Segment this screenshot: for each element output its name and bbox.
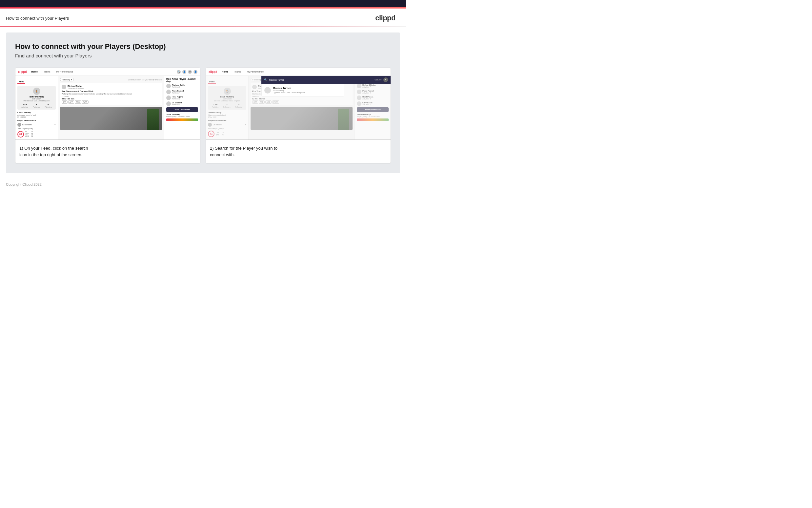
latest-activity-label: Latest Activity [17, 112, 56, 114]
player-avatar-4 [166, 101, 171, 106]
search-icon[interactable]: 🔍 [177, 70, 181, 74]
heatmap-sub: Player Quality · 20 Round Trend [166, 116, 198, 118]
header: How to connect with your Players clippd [0, 8, 406, 26]
mock-app-1: clippd Home Teams My Performance 🔍 👤 ⚙ 👤 [15, 68, 200, 140]
latest-activity-date: 27 Jul 2022 [17, 116, 56, 118]
mock-nav-1: clippd Home Teams My Performance 🔍 👤 ⚙ 👤 [15, 68, 200, 76]
player-row-4: Eli Vincent Activities: 1 [166, 101, 198, 106]
following-button[interactable]: Following ▾ [60, 78, 74, 81]
activity-title: Pre Tournament Course Walk [62, 90, 160, 92]
player-sub-2: Activities: 4 [172, 92, 184, 94]
caption-text-2: 2) Search for the Player you wish toconn… [210, 145, 387, 158]
mock-nav-teams[interactable]: Teams [42, 70, 52, 74]
main-title: How to connect with your Players (Deskto… [15, 42, 391, 51]
search-result-1[interactable]: Marcus Turner 1·5 Handicap Cypress Point… [264, 87, 341, 93]
search-bar-overlay: 🔍 Marcus Turner CLEAR ✕ [261, 76, 391, 84]
figure-silhouette [147, 109, 159, 130]
player-sub-1: Activities: 7 [172, 86, 185, 88]
tag-ott: OTT [62, 100, 67, 104]
control-link[interactable]: Control who can see your activity and da… [128, 79, 162, 81]
logo: clippd [375, 14, 395, 22]
mock-right-panel-2: Most Active Players - Last 30 days Richa… [354, 76, 391, 140]
player-perf-label: Player Performance [17, 120, 56, 121]
duration-value: 02 hr : 00 min [62, 98, 160, 100]
profile-club-1: Mill Ride Golf Club, United Kingdom [19, 100, 54, 102]
mock-body-2: Feed 🏌 Blair McHarg Golf Coach Mill Ride… [206, 76, 391, 140]
player-perf-name: Eli Vincent [22, 124, 53, 126]
profile-avatar-1: 🏌 [33, 88, 40, 95]
mock-nav-performance[interactable]: My Performance [55, 70, 75, 74]
search-close-button[interactable]: ✕ [383, 78, 388, 82]
activity-avatar [62, 85, 66, 89]
page-title: How to connect with your Players [6, 16, 69, 21]
bar-arg: ARG 64 [25, 135, 35, 137]
mock-nav-performance-2[interactable]: My Performance [246, 70, 265, 74]
mock-left-panel-1: Feed 🏌 Blair McHarg Golf Coach Mill Ride… [15, 76, 58, 140]
stat-followers: 3 Followers [33, 103, 40, 108]
player-avatar-2 [166, 90, 171, 94]
search-clear-button[interactable]: CLEAR [375, 79, 381, 81]
duration-label: Duration [62, 95, 160, 97]
profile-name-1: Blair McHarg [19, 95, 54, 98]
activity-header: Richard Butler Yesterday · The Grove [62, 85, 160, 89]
copyright-text: Copyright Clippd 2022 [6, 182, 42, 186]
panel-1: clippd Home Teams My Performance 🔍 👤 ⚙ 👤 [15, 68, 200, 163]
panel-2: clippd Home Teams My Performance Feed 🏌 … [206, 68, 391, 163]
player-row-3: Hiral Pujara Activities: 3 [166, 95, 198, 100]
activity-desc: Walking the course with my coach to buil… [62, 93, 160, 95]
bar-app: APP 70 [25, 133, 35, 135]
activity-sub: Yesterday · The Grove [67, 87, 84, 89]
tag-putt: PUTT [82, 100, 89, 104]
activity-image [60, 107, 162, 130]
mock-logo-1: clippd [18, 70, 27, 74]
tag-row: OTT APP ARG PUTT [62, 100, 160, 104]
mock-nav-teams-2[interactable]: Teams [233, 70, 242, 74]
following-bar: Following ▾ Control who can see your act… [60, 78, 162, 81]
player-row-1: Richard Butler Activities: 7 [166, 84, 198, 88]
player-row-2: Piers Parnell Activities: 4 [166, 90, 198, 94]
player-perf-row: Eli Vincent ▾ [17, 123, 56, 127]
bar-ott: OTT 79 [25, 131, 35, 133]
mock-right-panel-1: Most Active Players - Last 30 days Richa… [164, 76, 200, 140]
search-magnifier-icon: 🔍 [264, 78, 267, 81]
stat-following: 4 Following [45, 103, 51, 108]
feed-tab-1[interactable]: Feed [17, 80, 25, 84]
mock-body-1: Feed 🏌 Blair McHarg Golf Coach Mill Ride… [15, 76, 200, 140]
mock-left-panel-2: Feed 🏌 Blair McHarg Golf Coach Mill Ride… [206, 76, 249, 140]
team-dashboard-button[interactable]: Team Dashboard [166, 107, 198, 112]
player-avatar-1 [166, 84, 171, 88]
player-perf-arrow-icon: ▾ [54, 123, 56, 126]
activity-card: Richard Butler Yesterday · The Grove Pre… [60, 83, 162, 105]
mock-app-2: clippd Home Teams My Performance Feed 🏌 … [206, 68, 391, 140]
profile-card-1: 🏌 Blair McHarg Golf Coach Mill Ride Golf… [17, 86, 56, 110]
caption-2: 2) Search for the Player you wish toconn… [206, 140, 391, 163]
most-active-title: Most Active Players - Last 30 days [166, 78, 198, 82]
player-avatar-3 [166, 95, 171, 100]
quality-bars: OTT 79 APP 70 ARG [25, 131, 35, 137]
stat-activities: 129 Activities [21, 103, 28, 108]
mock-nav-home-2[interactable]: Home [221, 70, 230, 74]
main-subtitle: Find and connect with your Players [15, 53, 391, 58]
gear-icon: ⚙ [188, 70, 192, 74]
screenshots-row: clippd Home Teams My Performance 🔍 👤 ⚙ 👤 [15, 68, 391, 163]
search-result-avatar [264, 87, 271, 93]
caption-1: 1) On your Feed, click on the searchicon… [15, 140, 200, 163]
heatmap-section: Team Heatmap Player Quality · 20 Round T… [166, 114, 198, 121]
mock-nav-2: clippd Home Teams My Performance [206, 68, 391, 76]
header-divider [0, 26, 406, 27]
activity-person: Richard Butler [67, 85, 84, 87]
main-content: How to connect with your Players (Deskto… [6, 33, 400, 173]
mock-nav-home[interactable]: Home [30, 70, 39, 74]
avatar-icon: 👤 [193, 70, 197, 74]
caption-text-1: 1) On your Feed, click on the searchicon… [19, 145, 196, 158]
search-result-name: Marcus Turner [273, 87, 305, 90]
mock-middle-panel-1: Following ▾ Control who can see your act… [58, 76, 164, 140]
heatmap-bar [166, 119, 198, 121]
search-input[interactable]: Marcus Turner [269, 79, 373, 81]
tag-app: APP [68, 100, 74, 104]
player-perf-avatar [17, 123, 21, 127]
search-results-dropdown: Marcus Turner 1·5 Handicap Cypress Point… [261, 84, 344, 96]
top-bar [0, 0, 406, 7]
tag-arg: ARG [75, 100, 81, 104]
mock-logo-2: clippd [208, 70, 218, 74]
